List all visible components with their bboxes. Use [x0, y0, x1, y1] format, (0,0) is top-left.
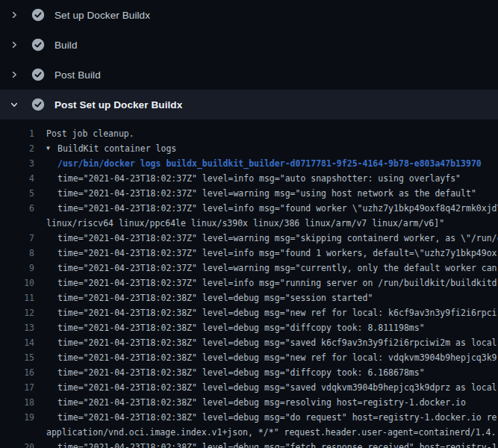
check-circle-icon: [31, 8, 45, 22]
check-circle-icon: [31, 68, 45, 81]
log-text: time="2021-04-23T18:02:38Z" level=debug …: [57, 335, 498, 350]
line-number[interactable]: 19: [0, 410, 34, 425]
step-label: Post Build: [55, 69, 101, 81]
log-row: 15time="2021-04-23T18:02:38Z" level=debu…: [0, 350, 498, 365]
step-label: Set up Docker Buildx: [55, 10, 150, 21]
chevron-right-icon: [8, 9, 20, 21]
log-text: time="2021-04-23T18:02:38Z" level=debug …: [57, 365, 425, 380]
log-text: time="2021-04-23T18:02:38Z" level=debug …: [57, 410, 497, 425]
log-row: 10time="2021-04-23T18:02:37Z" level=info…: [0, 276, 498, 290]
step-label: Post Set up Docker Buildx: [55, 99, 182, 111]
line-number[interactable]: 2: [0, 141, 34, 156]
line-number[interactable]: 3: [0, 156, 34, 171]
group-label: BuildKit container logs: [57, 143, 176, 154]
group-expanded-caret-icon: ▼: [46, 141, 53, 156]
log-row: 9time="2021-04-23T18:02:37Z" level=warni…: [0, 261, 498, 276]
log-row: 7time="2021-04-23T18:02:37Z" level=warni…: [0, 231, 498, 246]
log-row: 16time="2021-04-23T18:02:38Z" level=debu…: [0, 365, 498, 380]
log-row: application/vnd.oci.image.index.v1+json,…: [0, 425, 498, 440]
log-row: 13time="2021-04-23T18:02:38Z" level=debu…: [0, 320, 498, 335]
log-row: 3/usr/bin/docker logs buildx_buildkit_bu…: [0, 156, 498, 171]
log-text: time="2021-04-23T18:02:38Z" level=debug …: [57, 290, 373, 305]
line-number[interactable]: 1: [0, 126, 34, 141]
step-row-post-setup-docker-buildx[interactable]: Post Set up Docker Buildx: [0, 90, 498, 119]
log-text: linux/riscv64 linux/ppc64le linux/s390x …: [46, 216, 444, 231]
check-circle-icon: [31, 98, 45, 111]
log-group-row: 2▼BuildKit container logs: [0, 141, 498, 156]
line-number[interactable]: 11: [0, 290, 34, 305]
step-label: Build: [55, 40, 78, 51]
line-number[interactable]: 20: [0, 440, 34, 448]
chevron-right-icon: [8, 69, 20, 81]
log-row: linux/riscv64 linux/ppc64le linux/s390x …: [0, 216, 498, 231]
line-number: [0, 216, 34, 231]
log-panel: 1Post job cleanup.2▼BuildKit container l…: [0, 119, 498, 448]
chevron-down-icon: [8, 99, 20, 111]
line-number[interactable]: 4: [0, 171, 34, 186]
step-row-build[interactable]: Build: [0, 30, 498, 60]
log-row: 5time="2021-04-23T18:02:37Z" level=warni…: [0, 186, 498, 201]
log-text: time="2021-04-23T18:02:37Z" level=info m…: [57, 276, 498, 290]
log-row: 1Post job cleanup.: [0, 126, 498, 141]
line-number[interactable]: 6: [0, 201, 34, 216]
log-text[interactable]: ▼BuildKit container logs: [46, 141, 176, 156]
log-text: time="2021-04-23T18:02:38Z" level=debug …: [57, 320, 425, 335]
line-number[interactable]: 17: [0, 380, 34, 395]
line-number: [0, 425, 34, 440]
log-text: time="2021-04-23T18:02:37Z" level=warnin…: [57, 231, 498, 246]
log-lines: 1Post job cleanup.2▼BuildKit container l…: [0, 126, 498, 448]
log-text: Post job cleanup.: [46, 126, 134, 141]
log-text: time="2021-04-23T18:02:38Z" level=debug …: [57, 305, 498, 320]
step-row-post-build[interactable]: Post Build: [0, 60, 498, 90]
log-text: time="2021-04-23T18:02:37Z" level=info m…: [57, 171, 461, 186]
line-number[interactable]: 8: [0, 246, 34, 261]
log-row: 14time="2021-04-23T18:02:38Z" level=debu…: [0, 335, 498, 350]
chevron-right-icon: [8, 39, 20, 51]
log-text: time="2021-04-23T18:02:38Z" level=debug …: [57, 440, 497, 448]
log-row: 18time="2021-04-23T18:02:38Z" level=debu…: [0, 395, 498, 410]
log-row: 20time="2021-04-23T18:02:38Z" level=debu…: [0, 440, 498, 448]
log-text: time="2021-04-23T18:02:37Z" level=info m…: [57, 246, 498, 261]
line-number[interactable]: 9: [0, 261, 34, 276]
line-number[interactable]: 16: [0, 365, 34, 380]
line-number[interactable]: 15: [0, 350, 34, 365]
log-row: 6time="2021-04-23T18:02:37Z" level=info …: [0, 201, 498, 216]
line-number[interactable]: 14: [0, 335, 34, 350]
log-text: application/vnd.oci.image.index.v1+json,…: [46, 425, 496, 440]
step-row-setup-docker-buildx[interactable]: Set up Docker Buildx: [0, 0, 498, 30]
line-number[interactable]: 7: [0, 231, 34, 246]
log-row: 12time="2021-04-23T18:02:38Z" level=debu…: [0, 305, 498, 320]
log-text: time="2021-04-23T18:02:38Z" level=debug …: [57, 380, 498, 395]
log-text: time="2021-04-23T18:02:37Z" level=warnin…: [57, 186, 476, 201]
log-row: 4time="2021-04-23T18:02:37Z" level=info …: [0, 171, 498, 186]
line-number[interactable]: 18: [0, 395, 34, 410]
log-row: 8time="2021-04-23T18:02:37Z" level=info …: [0, 246, 498, 261]
line-number[interactable]: 12: [0, 305, 34, 320]
steps-list: Set up Docker Buildx Build Post Build Po…: [0, 0, 498, 119]
log-command-text: /usr/bin/docker logs buildx_buildkit_bui…: [57, 156, 482, 171]
log-row: 11time="2021-04-23T18:02:38Z" level=debu…: [0, 290, 498, 305]
line-number[interactable]: 5: [0, 186, 34, 201]
log-text: time="2021-04-23T18:02:37Z" level=info m…: [57, 201, 498, 216]
check-circle-icon: [31, 38, 45, 52]
log-row: 17time="2021-04-23T18:02:38Z" level=debu…: [0, 380, 498, 395]
log-text: time="2021-04-23T18:02:37Z" level=warnin…: [57, 261, 498, 276]
log-text: time="2021-04-23T18:02:38Z" level=debug …: [57, 350, 498, 365]
line-number[interactable]: 10: [0, 276, 34, 290]
log-row: 19time="2021-04-23T18:02:38Z" level=debu…: [0, 410, 498, 425]
line-number[interactable]: 13: [0, 320, 34, 335]
log-text: time="2021-04-23T18:02:38Z" level=debug …: [57, 395, 466, 410]
